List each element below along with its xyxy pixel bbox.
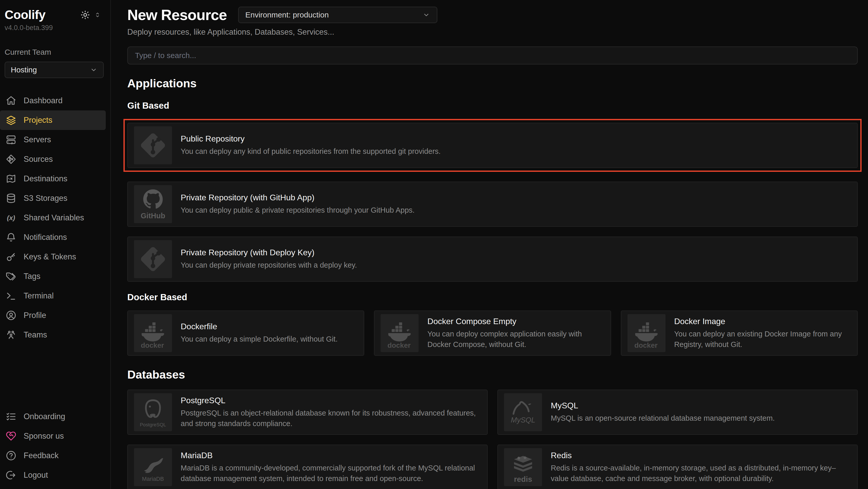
section-heading-databases: Databases bbox=[127, 368, 858, 381]
resource-sections: ApplicationsGit BasedPublic RepositoryYo… bbox=[127, 77, 858, 489]
home-icon bbox=[6, 95, 17, 106]
environment-select-value: Environment: production bbox=[245, 10, 329, 19]
main-content: New Resource Environment: production Dep… bbox=[111, 0, 868, 489]
chevron-down-icon bbox=[90, 66, 97, 74]
footer-item-logout[interactable]: Logout bbox=[0, 465, 106, 485]
app-logo: Coolify bbox=[5, 8, 79, 22]
resource-card-mysql[interactable]: MySQLMySQLMySQL is an open-source relati… bbox=[497, 390, 858, 435]
sidebar-item-sources[interactable]: Sources bbox=[0, 149, 106, 169]
card-title: Dockerfile bbox=[181, 322, 338, 331]
resource-card-private-repository-with-deploy-key[interactable]: Private Repository (with Deploy Key)You … bbox=[127, 236, 858, 282]
nav-item-label: S3 Storages bbox=[24, 194, 67, 203]
user-circle-icon bbox=[6, 310, 17, 321]
sidebar-item-dashboard[interactable]: Dashboard bbox=[0, 91, 106, 110]
svg-text:MariaDB: MariaDB bbox=[142, 476, 164, 482]
svg-text:(x): (x) bbox=[7, 214, 15, 222]
page-subtitle: Deploy resources, like Applications, Dat… bbox=[127, 27, 858, 37]
sidebar-item-shared-variables[interactable]: (x)Shared Variables bbox=[0, 208, 106, 228]
page-title: New Resource bbox=[127, 6, 227, 23]
card-description: You can deploy any kind of public reposi… bbox=[181, 146, 441, 156]
sidebar-expand-button[interactable] bbox=[91, 9, 104, 21]
team-select-value: Hosting bbox=[11, 65, 37, 74]
heart-handshake-icon bbox=[6, 431, 17, 441]
search-input[interactable] bbox=[127, 47, 858, 64]
resource-card-docker-compose-empty[interactable]: dockerDocker Compose EmptyYou can deploy… bbox=[374, 311, 611, 356]
server-icon bbox=[6, 134, 17, 145]
nav-item-label: Projects bbox=[24, 116, 52, 125]
resource-card-dockerfile[interactable]: dockerDockerfileYou can deploy a simple … bbox=[127, 311, 364, 356]
svg-text:docker: docker bbox=[141, 341, 164, 349]
nav-item-label: Onboarding bbox=[24, 412, 65, 421]
svg-text:docker: docker bbox=[388, 341, 411, 349]
sidebar-item-terminal[interactable]: Terminal bbox=[0, 286, 106, 306]
card-description: You can deploy private repositories with… bbox=[181, 260, 357, 270]
nav-item-label: Dashboard bbox=[24, 96, 63, 105]
card-description: You can deploy complex application easil… bbox=[427, 329, 604, 349]
footer-item-sponsor-us[interactable]: Sponsor us bbox=[0, 426, 106, 446]
card-body: MySQLMySQL is an open-source relational … bbox=[551, 401, 775, 423]
sidebar-item-s3-storages[interactable]: S3 Storages bbox=[0, 189, 106, 208]
github-logo: GitHub bbox=[134, 185, 172, 223]
card-description: You can deploy public & private reposito… bbox=[181, 205, 414, 215]
svg-text:GitHub: GitHub bbox=[141, 212, 165, 220]
card-description: You can deploy an existing Docker Image … bbox=[674, 329, 851, 349]
users-icon bbox=[6, 329, 17, 340]
cards-grid: PostgreSQLPostgreSQLPostgreSQL is an obj… bbox=[127, 390, 858, 489]
redis-logo: redis bbox=[504, 448, 542, 486]
highlight-annotation: Public RepositoryYou can deploy any kind… bbox=[123, 119, 862, 172]
sidebar-item-tags[interactable]: Tags bbox=[0, 266, 106, 286]
resource-card-mariadb[interactable]: MariaDBMariaDBMariaDB is a community-dev… bbox=[127, 444, 488, 489]
sun-icon bbox=[80, 10, 90, 20]
git-logo bbox=[134, 240, 172, 278]
card-body: Public RepositoryYou can deploy any kind… bbox=[181, 134, 441, 156]
docker-logo: docker bbox=[134, 314, 172, 352]
group-heading-git-based: Git Based bbox=[127, 100, 858, 111]
environment-select[interactable]: Environment: production bbox=[238, 7, 437, 23]
nav-item-label: Destinations bbox=[24, 174, 67, 183]
git-diamond-icon bbox=[6, 154, 17, 165]
resource-card-redis[interactable]: redisRedisRedis is a source-available, i… bbox=[497, 444, 858, 489]
sidebar: Coolify v4.0.0-beta.399 Current Team Hos… bbox=[0, 0, 111, 489]
card-title: PostgreSQL bbox=[181, 396, 481, 405]
team-select[interactable]: Hosting bbox=[5, 62, 104, 78]
nav-item-label: Sources bbox=[24, 154, 53, 164]
section-heading-applications: Applications bbox=[127, 77, 858, 90]
card-title: MySQL bbox=[551, 401, 775, 410]
key-icon bbox=[6, 252, 17, 262]
mariadb-logo: MariaDB bbox=[134, 448, 172, 486]
layers-icon bbox=[6, 115, 17, 125]
footer-item-feedback[interactable]: Feedback bbox=[0, 446, 106, 465]
sidebar-item-destinations[interactable]: Destinations bbox=[0, 169, 106, 189]
sidebar-item-projects[interactable]: Projects bbox=[0, 110, 106, 130]
resource-card-public-repository[interactable]: Public RepositoryYou can deploy any kind… bbox=[127, 123, 858, 168]
svg-text:PostgreSQL: PostgreSQL bbox=[140, 422, 166, 427]
nav-item-label: Notifications bbox=[24, 233, 67, 242]
cards-grid-docker-based: dockerDockerfileYou can deploy a simple … bbox=[127, 311, 858, 356]
chevrons-up-down-icon bbox=[94, 11, 101, 19]
card-body: Private Repository (with Deploy Key)You … bbox=[181, 248, 357, 270]
sidebar-item-servers[interactable]: Servers bbox=[0, 130, 106, 149]
card-title: Docker Compose Empty bbox=[427, 317, 604, 326]
tags-icon bbox=[6, 271, 17, 282]
theme-toggle-button[interactable] bbox=[79, 9, 91, 21]
map-icon bbox=[6, 173, 17, 184]
sidebar-item-keys-tokens[interactable]: Keys & Tokens bbox=[0, 247, 106, 266]
card-body: Private Repository (with GitHub App)You … bbox=[181, 193, 414, 215]
card-body: Docker ImageYou can deploy an existing D… bbox=[674, 317, 851, 349]
resource-card-postgresql[interactable]: PostgreSQLPostgreSQLPostgreSQL is an obj… bbox=[127, 390, 488, 435]
sidebar-item-notifications[interactable]: Notifications bbox=[0, 228, 106, 247]
card-body: MariaDBMariaDB is a community-developed,… bbox=[181, 451, 481, 483]
variable-icon: (x) bbox=[6, 212, 17, 223]
docker-logo: docker bbox=[627, 314, 665, 352]
sidebar-item-teams[interactable]: Teams bbox=[0, 325, 106, 345]
footer-item-onboarding[interactable]: Onboarding bbox=[0, 407, 106, 426]
nav-item-label: Sponsor us bbox=[24, 431, 64, 441]
page-header: New Resource Environment: production bbox=[127, 6, 858, 23]
sidebar-item-profile[interactable]: Profile bbox=[0, 306, 106, 325]
nav-item-label: Profile bbox=[24, 311, 46, 320]
resource-card-docker-image[interactable]: dockerDocker ImageYou can deploy an exis… bbox=[621, 311, 858, 356]
git-logo bbox=[134, 126, 172, 164]
chevron-down-icon bbox=[423, 11, 430, 19]
resource-card-private-repository-with-github-app[interactable]: GitHubPrivate Repository (with GitHub Ap… bbox=[127, 181, 858, 227]
card-description: MariaDB is a community-developed, commer… bbox=[181, 463, 481, 483]
